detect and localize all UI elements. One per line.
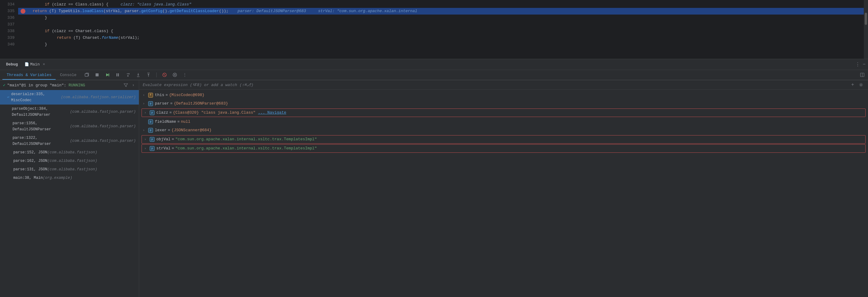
clear-icon[interactable] — [171, 72, 179, 78]
line-num-337: 337 — [2, 21, 14, 28]
code-line-334: if (clazz == Class.class) { clazz: "clas… — [18, 1, 864, 8]
variables-panel: › f this = {MiscCodec@698} › p parser = … — [139, 90, 868, 297]
line-num-339: 339 — [2, 34, 14, 41]
restore-layout-icon[interactable] — [859, 72, 866, 78]
add-watch-icon[interactable]: + — [850, 82, 855, 88]
var-objval-expand[interactable]: › — [144, 136, 148, 143]
frame-class-3: (com.alibaba.fastjson.parser) — [70, 138, 136, 144]
var-clazz-navigate[interactable]: ... Navigate — [258, 109, 286, 116]
svg-marker-13 — [148, 74, 149, 75]
line-num-334: 334 — [2, 1, 14, 8]
frame-item-7[interactable]: main:38, Main (org.example) — [0, 174, 139, 182]
var-parser[interactable]: › p parser = {DefaultJSONParser@683} — [139, 100, 868, 108]
svg-rect-1 — [96, 73, 99, 76]
var-strval-expand[interactable]: › — [144, 145, 148, 152]
var-lexer-icon: p — [148, 128, 153, 133]
debug-tab-main[interactable]: 📄 Main × — [22, 60, 48, 69]
step-out-icon[interactable] — [145, 72, 152, 78]
var-strval-icon: p — [150, 146, 155, 151]
toolbar-minimize[interactable]: − — [863, 62, 866, 67]
frame-item-4[interactable]: parse:152, JSON (com.alibaba.fastjson) — [0, 148, 139, 157]
restore-debugger-icon[interactable] — [83, 72, 90, 78]
svg-rect-0 — [85, 74, 88, 76]
eval-bar: Evaluate expression (⌥F8) or add a watch… — [139, 80, 868, 90]
svg-point-22 — [861, 84, 862, 86]
thread-header: ✓ "main"@1 in group "main": RUNNING › — [0, 80, 139, 90]
filter-icon[interactable] — [124, 83, 128, 88]
frame-class-0: (com.alibaba.fastjson.serializer) — [61, 94, 136, 100]
var-parser-icon: p — [148, 101, 153, 106]
svg-marker-8 — [127, 76, 129, 77]
frames-panel: ✓ "main"@1 in group "main": RUNNING › ↩ … — [0, 80, 139, 297]
frame-item-6[interactable]: parse:131, JSON (com.alibaba.fastjson) — [0, 165, 139, 174]
step-into-icon[interactable] — [134, 72, 142, 78]
resume-icon[interactable] — [104, 72, 111, 78]
frame-method-5: parse:162, JSON — [13, 158, 48, 164]
line-num-340: 340 — [2, 41, 14, 48]
tab-console[interactable]: Console — [56, 71, 81, 80]
code-line-335: return (T) TypeUtils.loadClass(strVal, p… — [18, 8, 864, 15]
tab-close-button[interactable]: × — [43, 62, 45, 67]
frame-method-2: parse:1356, DefaultJSONParser — [12, 120, 70, 132]
panel-right-icons — [859, 72, 866, 78]
svg-rect-4 — [117, 73, 117, 76]
frame-arrow-0: ↩ — [7, 94, 9, 100]
var-lexer-expand[interactable]: › — [143, 127, 146, 134]
frame-method-1: parseObject:384, DefaultJSONParser — [12, 106, 70, 118]
frame-class-1: (com.alibaba.fastjson.parser) — [70, 109, 136, 115]
code-line-339: return (T) Charset.forName(strVal); — [18, 34, 864, 41]
line-num-335: 335 — [2, 8, 14, 15]
tab-main-label: Main — [30, 62, 40, 67]
var-clazz[interactable]: › p clazz = {Class@320} "class java.lang… — [142, 108, 866, 117]
frame-class-7: (org.example) — [43, 175, 72, 181]
tab-document-icon: 📄 — [25, 62, 29, 67]
eval-settings-icon[interactable] — [858, 82, 864, 88]
var-objval[interactable]: › p objVal = "com.sun.org.apache.xalan.i… — [142, 135, 866, 144]
more-actions-icon[interactable]: ⋮ — [182, 72, 188, 78]
eval-actions: + — [850, 82, 864, 88]
frame-item-3[interactable]: parse:1322, DefaultJSONParser (com.aliba… — [0, 134, 139, 148]
expand-threads-icon[interactable]: › — [131, 82, 136, 88]
toolbar-divider — [156, 73, 157, 77]
var-objval-icon: p — [150, 137, 155, 142]
thread-running-check: ✓ — [3, 83, 5, 88]
toolbar-menu-dots[interactable]: ⋮ — [855, 61, 860, 68]
var-strval[interactable]: › p strVal = "com.sun.org.apache.xalan.i… — [142, 144, 866, 153]
variables-section: Evaluate expression (⌥F8) or add a watch… — [139, 80, 868, 297]
debug-label[interactable]: Debug — [2, 60, 22, 69]
var-parser-expand[interactable]: › — [143, 100, 146, 107]
svg-marker-2 — [106, 73, 109, 76]
code-line-337 — [18, 21, 864, 28]
frame-item-1[interactable]: parseObject:384, DefaultJSONParser (com.… — [0, 105, 139, 119]
debug-main-panel: ✓ "main"@1 in group "main": RUNNING › ↩ … — [0, 80, 868, 297]
var-fieldname-icon: p — [148, 119, 153, 124]
frame-item-0[interactable]: ↩ deserialze:335, MiscCodec (com.alibaba… — [0, 90, 139, 105]
panel-tabs: Threads & Variables Console — [0, 70, 868, 80]
tab-threads-variables[interactable]: Threads & Variables — [2, 71, 56, 80]
var-lexer[interactable]: › p lexer = {JSONScanner@684} — [139, 126, 868, 135]
var-fieldname[interactable]: › p fieldName = null — [139, 117, 868, 126]
line-num-338: 338 — [2, 28, 14, 34]
frame-class-2: (com.alibaba.fastjson.parser) — [70, 123, 136, 129]
frame-item-2[interactable]: parse:1356, DefaultJSONParser (com.aliba… — [0, 119, 139, 134]
pause-icon[interactable] — [114, 72, 121, 78]
svg-rect-5 — [118, 73, 119, 76]
svg-line-16 — [164, 74, 165, 76]
stop-icon[interactable] — [93, 72, 101, 78]
var-this[interactable]: › f this = {MiscCodec@698} — [139, 91, 868, 100]
var-clazz-expand[interactable]: › — [144, 109, 148, 116]
step-over-icon[interactable] — [124, 72, 131, 78]
scrollbar-thumb[interactable] — [865, 13, 867, 25]
line-numbers: 334 335 336 337 338 339 340 — [0, 0, 18, 59]
code-line-338: if (clazz == Charset.class) { — [18, 28, 864, 34]
debug-toolbar-menu: ⋮ − — [855, 61, 866, 68]
code-line-336: } — [18, 15, 864, 21]
frame-method-7: main:38, Main — [13, 175, 43, 181]
editor-scrollbar[interactable] — [864, 0, 868, 59]
var-this-expand[interactable]: › — [143, 92, 146, 99]
panel-action-icons: ⋮ — [83, 72, 188, 78]
eval-expression-text[interactable]: Evaluate expression (⌥F8) or add a watch… — [143, 82, 253, 87]
disconnect-icon[interactable] — [161, 72, 168, 78]
frame-item-5[interactable]: parse:162, JSON (com.alibaba.fastjson) — [0, 157, 139, 165]
line-num-336: 336 — [2, 15, 14, 21]
